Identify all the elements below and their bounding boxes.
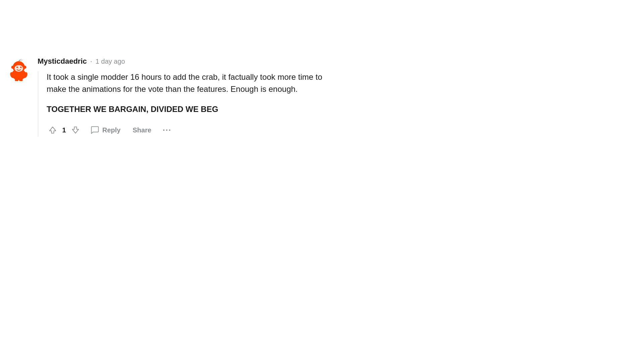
downvote-icon [71,125,80,135]
comment-actions: 1 Reply [47,123,476,137]
comment-text: It took a single modder 16 hours to add … [47,71,476,95]
vote-count: 1 [61,126,67,134]
share-button[interactable]: Share [129,124,155,136]
upvote-button[interactable] [47,124,59,136]
vertical-line [38,71,39,137]
upvote-icon [48,125,57,135]
more-label: ··· [163,125,171,134]
timestamp: 1 day ago [96,58,125,65]
reply-icon [90,125,100,135]
vote-section: 1 [47,124,82,136]
comment-body: It took a single modder 16 hours to add … [47,71,476,137]
svg-point-11 [20,59,22,61]
more-options-button[interactable]: ··· [160,124,174,136]
svg-point-6 [20,66,22,68]
comment-slogan: TOGETHER WE BARGAIN, DIVIDED WE BEG [47,105,476,114]
svg-point-8 [21,67,21,67]
username[interactable]: Mysticdaedric [38,57,87,66]
svg-point-7 [17,67,18,67]
share-label: Share [132,126,151,134]
comment-content: Mysticdaedric · 1 day ago It took a sing… [38,57,476,137]
avatar [7,57,31,81]
reply-label: Reply [102,126,120,134]
downvote-button[interactable] [69,124,82,136]
comment-wrapper: Mysticdaedric · 1 day ago It took a sing… [7,54,476,140]
svg-point-5 [16,66,18,68]
svg-point-9 [11,66,14,69]
comment-header: Mysticdaedric · 1 day ago [38,57,476,66]
svg-point-10 [23,66,26,69]
reply-button[interactable]: Reply [87,123,124,137]
comment-body-wrapper: It took a single modder 16 hours to add … [38,71,476,137]
svg-point-2 [14,65,23,72]
page-container: Mysticdaedric · 1 day ago It took a sing… [0,0,644,362]
dot-separator: · [90,57,92,66]
